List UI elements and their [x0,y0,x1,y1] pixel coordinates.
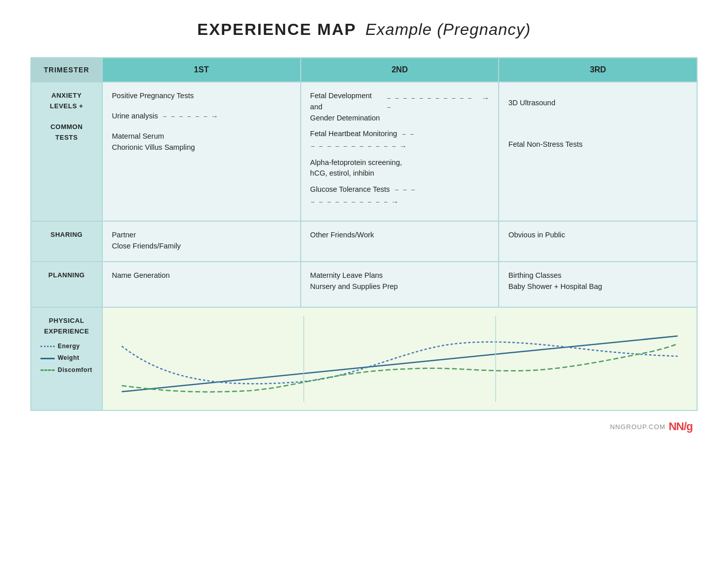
header-row: TRIMESTER 1ST 2ND 3RD [31,58,697,82]
planning-col1: Name Generation [102,262,301,307]
energy-legend-icon [41,346,55,347]
trimester-header: TRIMESTER [31,58,102,82]
physical-row: PHYSICALEXPERIENCE Energy Weight Discomf… [31,307,697,410]
anxiety-col3: 3D Ultrasound Fetal Non-Stress Tests [499,82,697,221]
experience-map-table: TRIMESTER 1ST 2ND 3RD ANXIETYLEVELS +COM… [30,57,698,411]
planning-col2: Maternity Leave PlansNursery and Supplie… [301,262,499,307]
anxiety-label: ANXIETYLEVELS +COMMONTESTS [31,82,102,221]
planning-label: PLANNING [31,262,102,307]
sharing-row: SHARING PartnerClose Friends/Family Othe… [31,221,697,262]
energy-label: Energy [58,341,80,352]
test-item: Fetal Non-Stress Tests [508,139,687,150]
physical-chart-cell [102,307,697,410]
test-item: Glucose Tolerance Tests – – – – – – – – … [310,184,490,207]
test-item: Positive Pregnancy Tests [112,91,291,102]
weight-legend-icon [41,358,55,359]
test-item: Maternal SerumChorionic Villus Sampling [112,131,291,153]
test-item: Urine analysis – – – – – – → [112,111,291,122]
sharing-col3: Obvious in Public [499,221,697,262]
weight-line-chart [122,336,677,392]
discomfort-label: Discomfort [58,365,92,376]
test-item: Alpha-fetoprotein screening,hCG, estirol… [310,157,490,180]
footer-logo: NN/g [669,420,693,433]
col3-header: 3RD [499,58,697,82]
planning-col3: Birthing ClassesBaby Shower + Hospital B… [499,262,697,307]
physical-label: PHYSICALEXPERIENCE Energy Weight Discomf… [31,307,102,410]
anxiety-row: ANXIETYLEVELS +COMMONTESTS Positive Preg… [31,82,697,221]
col1-header: 1ST [102,58,301,82]
physical-chart-svg [112,316,687,402]
test-item: 3D Ultrasound [508,98,687,109]
page-title: EXPERIENCE MAP Example (Pregnancy) [197,20,531,39]
footer-text: NNGROUP.COM [610,423,666,431]
test-item: Fetal Heartbeat Monitoring – – – – – – –… [310,129,490,152]
physical-legend: Energy Weight Discomfort [41,341,93,376]
col2-header: 2ND [301,58,499,82]
sharing-label: SHARING [31,221,102,262]
footer: NNGROUP.COM NN/g [30,420,698,433]
discomfort-path-chart [122,344,677,392]
weight-label: Weight [58,353,79,364]
test-item: Fetal Development andGender Detemination… [310,91,490,123]
discomfort-legend-icon [41,369,55,371]
anxiety-col2: Fetal Development andGender Detemination… [301,82,499,221]
planning-row: PLANNING Name Generation Maternity Leave… [31,262,697,307]
sharing-col1: PartnerClose Friends/Family [102,221,301,262]
sharing-col2: Other Friends/Work [301,221,499,262]
anxiety-col1: Positive Pregnancy Tests Urine analysis … [102,82,301,221]
